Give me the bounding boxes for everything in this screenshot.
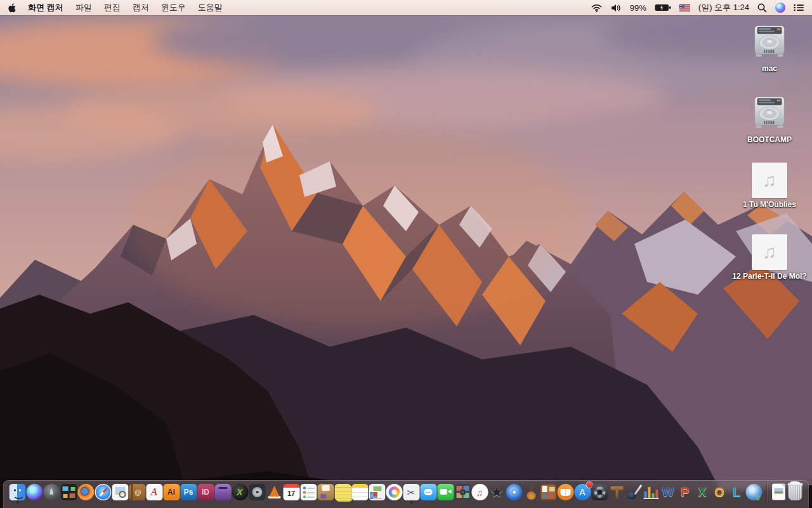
finder-running-indicator	[16, 501, 18, 504]
notification-center-icon[interactable]	[794, 4, 804, 11]
garageband-icon	[523, 484, 539, 500]
dock-indesign[interactable]: ID	[197, 484, 214, 500]
apple-menu[interactable]	[8, 3, 16, 13]
dock-finder[interactable]	[9, 484, 25, 500]
dock-drive-tool[interactable]	[249, 484, 265, 500]
dock-pages[interactable]	[625, 484, 642, 500]
volume-icon[interactable]	[610, 4, 622, 12]
dock-safari[interactable]	[95, 484, 111, 500]
launchpad-icon	[43, 484, 60, 500]
dock-imovie[interactable]: ★	[488, 484, 505, 500]
app-store-glyph: A	[579, 488, 585, 497]
desktop-icon-bootcamp[interactable]: BOOTCAMP	[732, 94, 807, 145]
aperture-icon	[591, 484, 608, 500]
dock-itunes[interactable]: ♫	[471, 484, 488, 500]
preview-icon	[112, 484, 128, 500]
drive-tool-icon	[249, 484, 265, 500]
dock-document[interactable]	[771, 484, 786, 500]
dock-facetime[interactable]	[437, 484, 454, 500]
dock-powerpoint[interactable]: P	[677, 484, 693, 500]
siri-icon[interactable]	[775, 3, 785, 13]
dock-firefox[interactable]	[77, 484, 94, 500]
menu-item-4[interactable]: 도움말	[198, 2, 223, 13]
dock-outlook[interactable]: O	[711, 484, 728, 500]
dock-lync[interactable]: L	[728, 484, 745, 500]
indesign-glyph: ID	[202, 488, 209, 496]
menu-item-2[interactable]: 캡처	[133, 2, 149, 13]
dock-vlc[interactable]	[266, 484, 282, 500]
finder-icon	[9, 484, 25, 500]
music-note-icon: ♫	[763, 171, 777, 190]
desktop: mac BOOTCAMP♫1 Tu M'Oublies♫12 Parle-T-I…	[0, 15, 812, 508]
dock-siri[interactable]	[26, 484, 43, 500]
powerpoint-icon: P	[677, 484, 693, 500]
dock-photos[interactable]	[386, 484, 402, 500]
illustrator-icon: Ai	[163, 484, 180, 500]
dock-ibooks[interactable]	[557, 484, 573, 500]
corkboard-icon	[540, 484, 556, 500]
dock-acrobat[interactable]: A	[146, 484, 162, 500]
calendar-glyph: 17	[287, 490, 295, 497]
dock-trash[interactable]	[787, 484, 803, 500]
dock-downloader[interactable]	[745, 484, 762, 500]
dock-aperture[interactable]	[591, 484, 608, 500]
menu-item-0[interactable]: 파일	[75, 2, 92, 13]
notes-icon	[351, 484, 368, 500]
dock-illustrator[interactable]: Ai	[163, 484, 180, 500]
numbers-icon	[643, 484, 659, 500]
dock-launchpad[interactable]	[43, 484, 60, 500]
dock-green-x[interactable]: X	[232, 484, 248, 500]
dock-preview[interactable]	[112, 484, 128, 500]
photoshop-icon: Ps	[180, 484, 197, 500]
mission-control-icon	[60, 484, 77, 500]
pages-icon	[625, 484, 642, 500]
desktop-icon-song-1[interactable]: ♫1 Tu M'Oublies	[732, 163, 807, 210]
active-app-menu[interactable]: 화면 캡처	[28, 2, 63, 13]
input-source-flag-icon[interactable]	[679, 4, 690, 11]
green-x-glyph: X	[237, 488, 242, 497]
menu-bar-clock[interactable]: (일) 오후 1:24	[698, 2, 749, 13]
siri-icon	[26, 484, 43, 500]
spotlight-search-icon[interactable]	[757, 3, 767, 13]
dock-messages[interactable]: •••	[420, 484, 436, 500]
photoshop-glyph: Ps	[184, 488, 193, 496]
document-file-icon	[772, 484, 785, 500]
dock-corkboard[interactable]	[540, 484, 556, 500]
desktop-icon-label: mac	[732, 64, 807, 74]
battery-charging-icon[interactable]	[655, 4, 671, 11]
acrobat-glyph: A	[151, 487, 158, 497]
dock-mission-control[interactable]	[60, 484, 77, 500]
dock-photo-booth[interactable]	[454, 484, 471, 500]
desktop-icon-mac[interactable]: mac	[732, 23, 807, 74]
messages-glyph: •••	[424, 489, 433, 495]
dock-garageband[interactable]	[523, 484, 539, 500]
desktop-icon-label: BOOTCAMP	[732, 135, 807, 145]
dock-reminders[interactable]	[300, 484, 317, 500]
dock-keynote[interactable]	[608, 484, 625, 500]
photos-icon	[386, 484, 402, 500]
dock-idvd[interactable]	[506, 484, 522, 500]
menu-item-1[interactable]: 편집	[104, 2, 121, 13]
dock-calendar[interactable]: 17	[283, 484, 299, 500]
dock-word[interactable]: W	[660, 484, 676, 500]
idvd-icon	[506, 484, 522, 500]
dock-grab[interactable]: ✂	[403, 484, 419, 500]
dock-photoshop[interactable]: Ps	[180, 484, 197, 500]
dock-toast[interactable]	[214, 484, 231, 500]
dock-notes[interactable]	[351, 484, 368, 500]
dock-numbers[interactable]	[643, 484, 659, 500]
dock-contacts[interactable]	[129, 484, 145, 500]
apple-icon	[8, 3, 16, 13]
excel-glyph: X	[698, 486, 706, 498]
desktop-icon-song-2[interactable]: ♫12 Parle-T-Il De Moi?	[732, 234, 807, 282]
dock-excel[interactable]: X	[694, 484, 710, 500]
audio-file-icon: ♫	[752, 234, 787, 270]
contacts-icon	[129, 484, 145, 500]
dock-stickies[interactable]	[334, 484, 351, 500]
dock-iweb[interactable]	[369, 484, 385, 500]
dock-app-store[interactable]: A	[574, 484, 591, 500]
powerpoint-glyph: P	[681, 486, 689, 498]
menu-item-3[interactable]: 윈도우	[161, 2, 186, 13]
dock-unarchiver[interactable]	[317, 484, 334, 500]
wifi-icon[interactable]	[591, 4, 602, 12]
